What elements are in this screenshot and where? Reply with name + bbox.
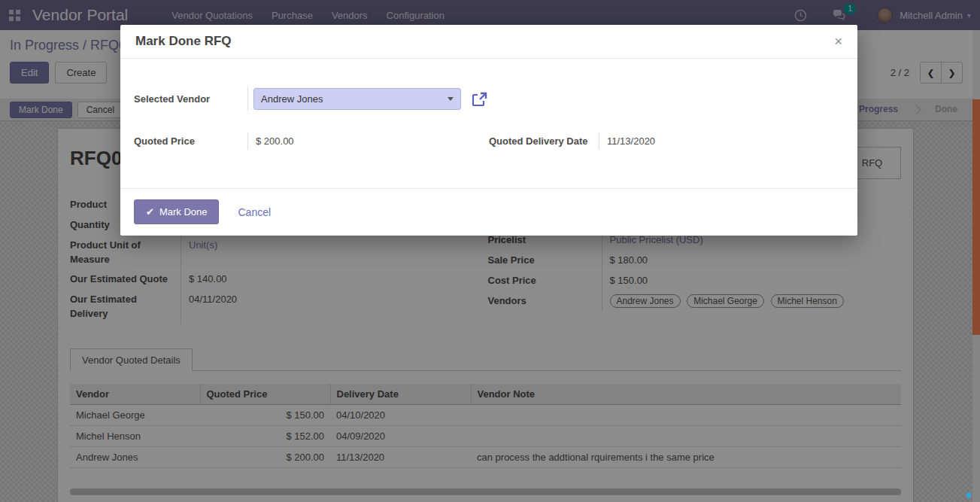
modal-mark-done-label: Mark Done [159, 206, 208, 218]
mark-done-rfq-modal: Mark Done RFQ × Selected Vendor Andrew J… [120, 25, 857, 236]
selected-vendor-select[interactable]: Andrew Jones [253, 88, 461, 110]
selected-vendor-value: Andrew Jones [261, 93, 323, 105]
quoted-price-label: Quoted Price [134, 132, 248, 149]
caret-down-icon [448, 97, 454, 101]
close-icon[interactable]: × [834, 35, 842, 48]
external-link-icon[interactable] [472, 92, 487, 107]
quoted-price-value: $ 200.00 [248, 132, 489, 149]
modal-cancel-link[interactable]: Cancel [238, 206, 271, 218]
selected-vendor-label: Selected Vendor [134, 87, 248, 111]
modal-mark-done-button[interactable]: ✔ Mark Done [134, 199, 219, 224]
quoted-delivery-date-label: Quoted Delivery Date [489, 132, 599, 149]
check-icon: ✔ [146, 206, 154, 218]
modal-title: Mark Done RFQ [135, 34, 232, 49]
quoted-delivery-date-value: 11/13/2020 [599, 132, 655, 149]
cursor-dot [966, 493, 971, 497]
